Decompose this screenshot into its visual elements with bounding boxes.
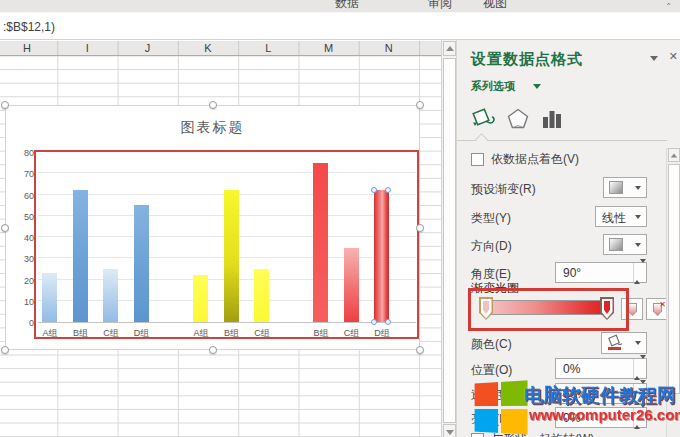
chart-selection-handle[interactable] <box>416 224 424 232</box>
tab-series-options[interactable] <box>540 106 564 132</box>
y-tick-label: 40 <box>24 233 34 243</box>
chart-selection-handle[interactable] <box>1 224 9 232</box>
chart-title[interactable]: 图表标题 <box>6 119 419 137</box>
ribbon-tab[interactable]: 数据 <box>335 0 359 12</box>
gradient-swatch-icon <box>609 238 623 251</box>
chart-selection-handle[interactable] <box>209 101 217 109</box>
series-options-label[interactable]: 系列选项 <box>471 79 515 94</box>
triangle-down-icon <box>446 430 454 435</box>
sheet-vscrollbar[interactable] <box>441 40 456 437</box>
direction-dropdown[interactable] <box>603 234 647 255</box>
paint-bucket-icon <box>606 334 624 352</box>
color-label: 颜色(C) <box>471 336 512 353</box>
formula-bar[interactable]: :$B$12,1) <box>0 14 680 40</box>
position-value: 0% <box>563 362 580 376</box>
type-label: 类型(Y) <box>471 210 511 227</box>
watermark-site-url: www.computer26.com <box>529 406 680 423</box>
vary-colors-checkbox[interactable] <box>471 153 484 166</box>
tab-effects[interactable] <box>505 106 531 132</box>
vary-colors-label: 依数据点着色(V) <box>491 151 579 168</box>
position-label: 位置(O) <box>471 362 512 379</box>
type-row: 类型(Y) 线性 <box>457 206 667 228</box>
y-tick-label: 70 <box>24 169 34 179</box>
direction-label: 方向(D) <box>471 238 512 255</box>
column-header[interactable]: L <box>238 42 298 54</box>
ribbon-tab[interactable]: 视图 <box>483 0 507 12</box>
watermark-windows-logo <box>475 380 529 435</box>
preset-gradient-label: 预设渐变(R) <box>471 181 536 198</box>
position-row: 位置(O) 0% <box>457 358 667 380</box>
scrollbar-thumb[interactable] <box>668 164 680 394</box>
vary-colors-row: 依数据点着色(V) <box>457 150 667 172</box>
column-header[interactable]: K <box>178 42 238 54</box>
triangle-up-icon <box>671 154 677 158</box>
chart-selection-handle[interactable] <box>1 101 9 109</box>
chart-selection-handle[interactable] <box>416 346 424 354</box>
y-tick-label: 10 <box>24 297 34 307</box>
rotate-with-shape-checkbox[interactable] <box>471 433 484 437</box>
y-tick-label: 50 <box>24 212 34 222</box>
scrollbar-thumb[interactable] <box>443 58 456 423</box>
column-header[interactable]: M <box>299 42 359 54</box>
formula-text: :$B$12,1) <box>3 20 55 34</box>
pane-options-chevron-icon[interactable] <box>650 56 658 61</box>
color-row: 颜色(C) <box>457 332 667 354</box>
type-dropdown[interactable]: 线性 <box>595 206 647 227</box>
worksheet[interactable]: HIJKLMN 图表标题 01020304050607080 A组B组C组D组A… <box>0 40 441 437</box>
excel-window: 数据审阅视图 ⌃ :$B$12,1) HIJKLMN 图表标题 01020304… <box>0 0 680 437</box>
gradient-stop-icon <box>628 303 637 316</box>
ribbon-tab[interactable]: 审阅 <box>428 0 452 12</box>
y-tick-label: 60 <box>24 191 34 201</box>
delete-x-icon: ✕ <box>659 300 666 309</box>
chevron-down-icon <box>533 84 541 89</box>
chevron-down-icon <box>635 186 641 190</box>
annotation-rect-chart <box>34 150 419 339</box>
format-data-point-pane: 设置数据点格式 ✕ 系列选项 依数据点着色(V) <box>456 40 680 437</box>
chart-selection-handle[interactable] <box>416 101 424 109</box>
column-header[interactable]: N <box>359 42 419 54</box>
y-axis-labels: 01020304050607080 <box>8 153 34 323</box>
spinner-arrows[interactable] <box>633 359 646 378</box>
position-spinner[interactable]: 0% <box>555 358 647 379</box>
column-header[interactable]: H <box>0 42 57 54</box>
pane-tabs <box>457 102 680 138</box>
pane-close-icon[interactable]: ✕ <box>669 50 678 63</box>
chart-selection-handle[interactable] <box>209 346 217 354</box>
scroll-up-button[interactable] <box>668 148 680 162</box>
chevron-down-icon <box>635 243 641 247</box>
remove-gradient-stop-button[interactable]: ✕ <box>646 298 668 320</box>
column-header[interactable]: I <box>57 42 117 54</box>
divider <box>457 140 667 141</box>
chart[interactable]: 图表标题 01020304050607080 A组B组C组D组A组B组C组B组C… <box>5 105 420 350</box>
ribbon-strip: 数据审阅视图 ⌃ <box>0 0 680 13</box>
column-header[interactable]: J <box>118 42 178 54</box>
pane-title: 设置数据点格式 <box>471 50 583 69</box>
direction-row: 方向(D) <box>457 234 667 256</box>
preset-gradient-dropdown[interactable] <box>603 177 647 198</box>
y-tick-label: 30 <box>24 254 34 264</box>
chevron-down-icon <box>635 341 641 345</box>
fill-color-picker[interactable] <box>601 332 647 354</box>
scroll-down-button[interactable] <box>443 424 456 437</box>
y-tick-label: 80 <box>24 148 34 158</box>
preset-gradient-row: 预设渐变(R) <box>457 177 667 199</box>
ribbon-collapse-icon[interactable]: ⌃ <box>665 2 672 11</box>
type-value: 线性 <box>602 210 626 227</box>
scroll-up-button[interactable] <box>443 41 456 56</box>
triangle-up-icon <box>446 46 454 51</box>
gradient-swatch-icon <box>609 181 623 194</box>
chevron-down-icon <box>635 215 641 219</box>
tab-fill-line[interactable] <box>469 106 497 132</box>
column-headers[interactable]: HIJKLMN <box>0 41 441 56</box>
y-tick-label: 20 <box>24 276 34 286</box>
chart-selection-handle[interactable] <box>1 346 9 354</box>
annotation-rect-slider <box>468 288 629 331</box>
